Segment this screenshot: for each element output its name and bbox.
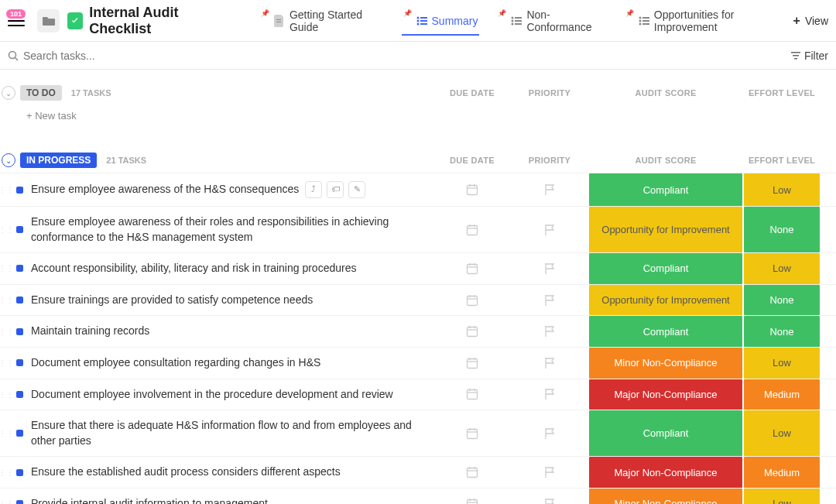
- task-title[interactable]: Ensure the established audit process con…: [26, 457, 433, 488]
- folder-button[interactable]: [37, 9, 59, 33]
- priority-cell[interactable]: [511, 316, 588, 347]
- tab-getting-started[interactable]: 📌 Getting Started Guide: [253, 0, 391, 42]
- audit-score-cell[interactable]: Major Non-Compliance: [588, 379, 743, 410]
- task-row[interactable]: ⋮⋮ Provide internal audit information to…: [0, 488, 836, 504]
- task-row[interactable]: ⋮⋮ Ensure employee awareness of the H&S …: [0, 173, 836, 206]
- effort-level-cell[interactable]: Medium: [743, 379, 821, 410]
- audit-score-cell[interactable]: Minor Non-Compliance: [588, 489, 743, 504]
- priority-cell[interactable]: [511, 207, 588, 252]
- effort-level-cell[interactable]: Medium: [743, 457, 821, 488]
- svg-rect-3: [420, 17, 427, 19]
- status-indicator[interactable]: [12, 316, 26, 347]
- view-button[interactable]: + View: [793, 14, 828, 28]
- task-row[interactable]: ⋮⋮ Ensure employee awareness of their ro…: [0, 206, 836, 252]
- drag-handle-icon[interactable]: ⋮⋮: [0, 348, 12, 379]
- effort-level-cell[interactable]: None: [743, 207, 821, 252]
- audit-score-cell[interactable]: Compliant: [588, 173, 743, 206]
- task-title[interactable]: Account responsibility, ability, literac…: [26, 253, 433, 284]
- tab-nonconformance[interactable]: 📌 Non-Conformance: [490, 0, 612, 42]
- effort-level-cell[interactable]: Low: [743, 253, 821, 284]
- task-title[interactable]: Ensure that there is adequate H&S inform…: [26, 410, 433, 456]
- drag-handle-icon[interactable]: ⋮⋮: [0, 489, 12, 504]
- effort-level-cell[interactable]: Low: [743, 173, 821, 206]
- tag-icon[interactable]: 🏷: [327, 181, 344, 198]
- subtask-icon[interactable]: ⤴: [305, 181, 322, 198]
- task-row[interactable]: ⋮⋮ Document employee involvement in the …: [0, 379, 836, 410]
- task-title[interactable]: Ensure trainings are provided to satisfy…: [26, 285, 433, 316]
- status-indicator[interactable]: [12, 285, 26, 316]
- task-row[interactable]: ⋮⋮ Ensure that there is adequate H&S inf…: [0, 410, 836, 456]
- status-indicator[interactable]: [12, 348, 26, 379]
- priority-cell[interactable]: [511, 173, 588, 206]
- due-date-cell[interactable]: [433, 457, 511, 488]
- calendar-icon: [466, 183, 478, 196]
- audit-score-cell[interactable]: Compliant: [588, 253, 743, 284]
- priority-cell[interactable]: [511, 489, 588, 504]
- drag-handle-icon[interactable]: ⋮⋮: [0, 410, 12, 456]
- due-date-cell[interactable]: [433, 348, 511, 379]
- task-title[interactable]: Document employee consultation regarding…: [26, 348, 433, 379]
- audit-score-cell[interactable]: Opportunity for Improvement: [588, 285, 743, 316]
- edit-icon[interactable]: ✎: [348, 181, 365, 198]
- audit-score-cell[interactable]: Minor Non-Compliance: [588, 348, 743, 379]
- effort-level-cell[interactable]: Low: [743, 410, 821, 456]
- priority-cell[interactable]: [511, 348, 588, 379]
- status-indicator[interactable]: [12, 207, 26, 252]
- priority-cell[interactable]: [511, 253, 588, 284]
- task-row[interactable]: ⋮⋮ Ensure the established audit process …: [0, 456, 836, 488]
- tab-opportunities[interactable]: 📌 Opportunities for Improvement: [618, 0, 793, 42]
- group-label-todo[interactable]: TO DO: [20, 85, 62, 101]
- search-input[interactable]: [23, 50, 836, 62]
- tab-summary[interactable]: 📌 Summary: [396, 0, 486, 42]
- task-title[interactable]: Document employee involvement in the pro…: [26, 379, 433, 410]
- status-indicator[interactable]: [12, 489, 26, 504]
- due-date-cell[interactable]: [433, 379, 511, 410]
- hamburger-menu-icon[interactable]: 101: [8, 15, 25, 26]
- due-date-cell[interactable]: [433, 410, 511, 456]
- task-title[interactable]: Ensure employee awareness of the H&S con…: [26, 173, 433, 206]
- priority-cell[interactable]: [511, 457, 588, 488]
- effort-level-cell[interactable]: Low: [743, 489, 821, 504]
- drag-handle-icon[interactable]: ⋮⋮: [0, 173, 12, 206]
- due-date-cell[interactable]: [433, 207, 511, 252]
- priority-cell[interactable]: [511, 379, 588, 410]
- audit-score-cell[interactable]: Compliant: [588, 410, 743, 456]
- task-title[interactable]: Provide internal audit information to ma…: [26, 489, 433, 504]
- svg-rect-33: [468, 264, 478, 273]
- effort-level-cell[interactable]: None: [743, 285, 821, 316]
- audit-score-cell[interactable]: Opportunity for Improvement: [588, 207, 743, 252]
- status-indicator[interactable]: [12, 253, 26, 284]
- collapse-toggle[interactable]: ⌄: [2, 153, 15, 167]
- priority-cell[interactable]: [511, 285, 588, 316]
- collapse-toggle[interactable]: ⌄: [2, 86, 15, 100]
- effort-level-cell[interactable]: Low: [743, 348, 821, 379]
- drag-handle-icon[interactable]: ⋮⋮: [0, 379, 12, 410]
- task-row[interactable]: ⋮⋮ Maintain training records Compliant N…: [0, 315, 836, 347]
- task-row[interactable]: ⋮⋮ Document employee consultation regard…: [0, 347, 836, 379]
- priority-cell[interactable]: [511, 410, 588, 456]
- status-indicator[interactable]: [12, 457, 26, 488]
- status-indicator[interactable]: [12, 173, 26, 206]
- drag-handle-icon[interactable]: ⋮⋮: [0, 316, 12, 347]
- task-title[interactable]: Maintain training records: [26, 316, 433, 347]
- new-task-button[interactable]: + New task: [0, 105, 836, 129]
- drag-handle-icon[interactable]: ⋮⋮: [0, 253, 12, 284]
- status-indicator[interactable]: [12, 379, 26, 410]
- audit-score-cell[interactable]: Major Non-Compliance: [588, 457, 743, 488]
- drag-handle-icon[interactable]: ⋮⋮: [0, 457, 12, 488]
- due-date-cell[interactable]: [433, 285, 511, 316]
- group-label-inprogress[interactable]: IN PROGRESS: [20, 153, 97, 168]
- drag-handle-icon[interactable]: ⋮⋮: [0, 207, 12, 252]
- task-title[interactable]: Ensure employee awareness of their roles…: [26, 207, 433, 252]
- task-row[interactable]: ⋮⋮ Account responsibility, ability, lite…: [0, 252, 836, 284]
- due-date-cell[interactable]: [433, 489, 511, 504]
- task-row[interactable]: ⋮⋮ Ensure trainings are provided to sati…: [0, 284, 836, 316]
- filter-button[interactable]: Filter: [791, 50, 828, 62]
- due-date-cell[interactable]: [433, 253, 511, 284]
- effort-level-cell[interactable]: None: [743, 316, 821, 347]
- due-date-cell[interactable]: [433, 173, 511, 206]
- due-date-cell[interactable]: [433, 316, 511, 347]
- status-indicator[interactable]: [12, 410, 26, 456]
- audit-score-cell[interactable]: Compliant: [588, 316, 743, 347]
- drag-handle-icon[interactable]: ⋮⋮: [0, 285, 12, 316]
